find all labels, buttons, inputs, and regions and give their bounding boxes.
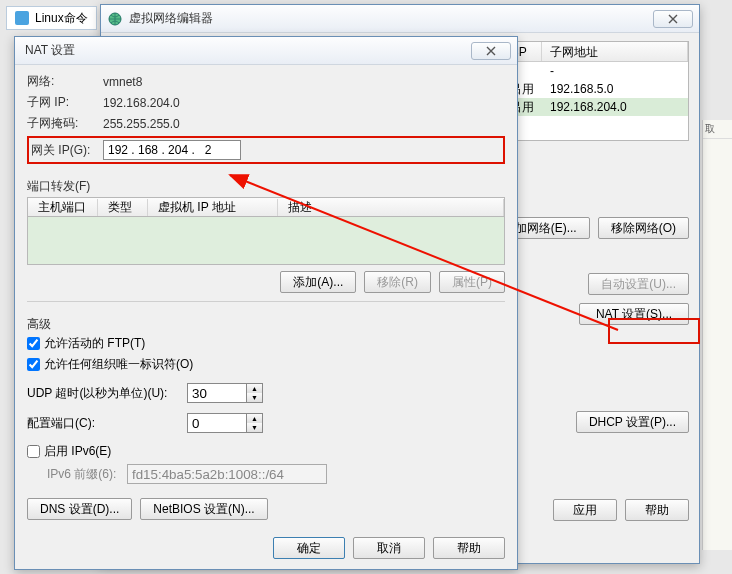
cancel-button[interactable]: 取消 bbox=[353, 537, 425, 559]
allow-org-checkbox[interactable] bbox=[27, 358, 40, 371]
allow-org-label: 允许任何组织唯一标识符(O) bbox=[44, 356, 193, 373]
ok-button[interactable]: 确定 bbox=[273, 537, 345, 559]
netbios-settings-button[interactable]: NetBIOS 设置(N)... bbox=[140, 498, 267, 520]
config-port-input[interactable] bbox=[187, 413, 247, 433]
nat-title: NAT 设置 bbox=[21, 42, 471, 59]
globe-icon bbox=[107, 11, 123, 27]
tab-label: Linux命令 bbox=[35, 10, 88, 27]
network-label: 网络: bbox=[27, 73, 103, 90]
port-forward-label: 端口转发(F) bbox=[27, 178, 505, 195]
add-button[interactable]: 添加(A)... bbox=[280, 271, 356, 293]
ipv6-prefix-input[interactable] bbox=[127, 464, 327, 484]
config-port-spinner[interactable]: ▲▼ bbox=[247, 413, 263, 433]
advanced-label: 高级 bbox=[27, 316, 505, 333]
browser-tab[interactable]: Linux命令 bbox=[6, 6, 97, 30]
config-port-label: 配置端口(C): bbox=[27, 415, 187, 432]
udp-timeout-label: UDP 超时(以秒为单位)(U): bbox=[27, 385, 187, 402]
tab-icon bbox=[15, 11, 29, 25]
help-button[interactable]: 帮助 bbox=[625, 499, 689, 521]
nat-settings-dialog: NAT 设置 网络:vmnet8 子网 IP:192.168.204.0 子网掩… bbox=[14, 36, 518, 570]
apply-button[interactable]: 应用 bbox=[553, 499, 617, 521]
udp-timeout-input[interactable] bbox=[187, 383, 247, 403]
network-value: vmnet8 bbox=[103, 75, 142, 89]
ipv6-prefix-label: IPv6 前缀(6): bbox=[47, 466, 127, 483]
divider bbox=[27, 301, 505, 302]
gateway-input[interactable] bbox=[103, 140, 241, 160]
remove-button[interactable]: 移除(R) bbox=[364, 271, 431, 293]
enable-ipv6-label: 启用 IPv6(E) bbox=[44, 443, 111, 460]
cropped-panel: 取 bbox=[702, 120, 732, 550]
auto-settings-button[interactable]: 自动设置(U)... bbox=[588, 273, 689, 295]
properties-button[interactable]: 属性(P) bbox=[439, 271, 505, 293]
remove-network-button[interactable]: 移除网络(O) bbox=[598, 217, 689, 239]
subnet-ip-value: 192.168.204.0 bbox=[103, 96, 180, 110]
subnet-ip-label: 子网 IP: bbox=[27, 94, 103, 111]
vne-title: 虚拟网络编辑器 bbox=[129, 10, 653, 27]
allow-ftp-label: 允许活动的 FTP(T) bbox=[44, 335, 145, 352]
allow-ftp-checkbox[interactable] bbox=[27, 337, 40, 350]
vne-titlebar[interactable]: 虚拟网络编辑器 bbox=[101, 5, 699, 33]
nat-settings-highlight bbox=[608, 318, 700, 344]
close-button[interactable] bbox=[471, 42, 511, 60]
nat-titlebar[interactable]: NAT 设置 bbox=[15, 37, 517, 65]
port-forward-table[interactable] bbox=[27, 217, 505, 265]
udp-timeout-spinner[interactable]: ▲▼ bbox=[247, 383, 263, 403]
enable-ipv6-checkbox[interactable] bbox=[27, 445, 40, 458]
subnet-mask-value: 255.255.255.0 bbox=[103, 117, 180, 131]
port-forward-header: 主机端口 类型 虚拟机 IP 地址 描述 bbox=[27, 197, 505, 217]
gateway-label: 网关 IP(G): bbox=[31, 142, 103, 159]
gateway-row-highlight: 网关 IP(G): bbox=[27, 136, 505, 164]
dns-settings-button[interactable]: DNS 设置(D)... bbox=[27, 498, 132, 520]
help-button[interactable]: 帮助 bbox=[433, 537, 505, 559]
close-button[interactable] bbox=[653, 10, 693, 28]
subnet-mask-label: 子网掩码: bbox=[27, 115, 103, 132]
dhcp-settings-button[interactable]: DHCP 设置(P)... bbox=[576, 411, 689, 433]
